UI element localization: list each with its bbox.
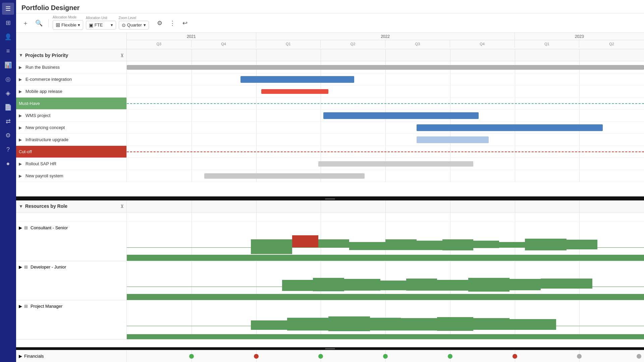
nav-profile-icon[interactable]: ● — [2, 158, 14, 170]
expand-run-business-icon[interactable]: ▶ — [19, 65, 23, 70]
tree-infrastructure[interactable]: ▶ Infrastructure upgrade — [16, 134, 127, 145]
tree-wms[interactable]: ▶ WMS project — [16, 110, 127, 121]
expand-sap-icon[interactable]: ▶ — [19, 162, 23, 166]
row-payroll: ▶ New payroll system — [16, 170, 644, 182]
developer-group-icon: ⊞ — [24, 264, 28, 269]
zoom-level-select[interactable]: ⊙ Quarter ▾ — [119, 21, 149, 29]
bar-mobile-app — [261, 89, 328, 94]
chart-pricing — [127, 122, 644, 133]
gantt-wrapper: 2021 2022 2023 Q3 Q4 Q1 Q2 Q3 Q4 Q1 Q2 — [16, 33, 644, 362]
nav-dashboard-icon[interactable]: ⊞ — [2, 17, 14, 29]
tree-payroll[interactable]: ▶ New payroll system — [16, 170, 127, 182]
search-button[interactable]: 🔍 — [34, 18, 44, 28]
res-bar-pm1 — [251, 320, 287, 330]
nav-list-icon[interactable]: ≡ — [2, 45, 14, 57]
label-developer: Developer - Junior — [31, 264, 66, 269]
tree-must-have[interactable]: Must-Have — [16, 98, 127, 109]
tree-pricing[interactable]: ▶ New pricing concept — [16, 122, 127, 133]
res-bar-pm6 — [437, 317, 473, 331]
pm-chart-row — [16, 312, 644, 339]
nav-settings-icon[interactable]: ⚙ — [2, 129, 14, 141]
nav-doc-icon[interactable]: 📄 — [2, 101, 14, 113]
timeline-header: 2021 2022 2023 Q3 Q4 Q1 Q2 Q3 Q4 Q1 Q2 — [127, 33, 644, 49]
expand-pricing-icon[interactable]: ▶ — [19, 125, 23, 130]
res-bar-pm8 — [509, 319, 556, 330]
row-wms: ▶ WMS project — [16, 110, 644, 122]
expand-consultant-icon[interactable]: ▶ — [19, 225, 22, 230]
resource-group-consultant: ▶ ⊞ Consultant - Senior — [16, 222, 644, 261]
undo-button[interactable]: ↩ — [180, 18, 191, 28]
resources-header-tree[interactable]: ▼ Resources by Role ⊻ — [16, 200, 127, 212]
chart-wms — [127, 110, 644, 121]
res-label-consultant[interactable]: ▶ ⊞ Consultant - Senior — [16, 222, 127, 234]
add-button[interactable]: ＋ — [20, 18, 31, 28]
allocation-unit-label: Allocation Unit — [86, 16, 107, 20]
developer-label-row: ▶ ⊞ Developer - Junior — [16, 261, 644, 273]
bottom-scroll-handle[interactable] — [16, 347, 644, 350]
pm-chart — [127, 312, 644, 339]
chart-payroll — [127, 170, 644, 182]
res-bar-d9 — [541, 279, 592, 289]
expand-financials-icon[interactable]: ▶ — [19, 354, 22, 359]
expand-payroll-icon[interactable]: ▶ — [19, 174, 23, 178]
expand-infra-icon[interactable]: ▶ — [19, 137, 23, 142]
toolbar: ＋ 🔍 Allocation Mode ⊞ Flexible ▾ Allocat… — [16, 13, 644, 33]
nav-tag-icon[interactable]: ◈ — [2, 87, 14, 99]
nav-help-icon[interactable]: ? — [2, 143, 14, 156]
resources-header-chart — [127, 200, 644, 212]
expand-pm-icon[interactable]: ▶ — [19, 304, 22, 309]
res-bar-pm5 — [401, 318, 437, 330]
res-label-developer[interactable]: ▶ ⊞ Developer - Junior — [16, 261, 127, 273]
projects-header-chart — [127, 49, 644, 61]
res-bar-d4 — [380, 281, 406, 290]
dashed-line-red — [127, 152, 644, 152]
tree-ecommerce[interactable]: ▶ E-commerce integration — [16, 73, 127, 85]
res-label-pm[interactable]: ▶ ⊞ Project Manager — [16, 300, 127, 312]
tree-header-spacer — [16, 33, 127, 49]
expand-ecommerce-icon[interactable]: ▶ — [19, 77, 23, 82]
top-scroll-handle[interactable] — [16, 198, 644, 200]
nav-menu-icon[interactable]: ☰ — [2, 3, 14, 15]
tree-cut-off[interactable]: Cut-off — [16, 146, 127, 158]
nav-people-icon[interactable]: 👤 — [2, 31, 14, 43]
q3-2022: Q3 — [385, 40, 450, 48]
resources-filter-icon[interactable]: ⊻ — [120, 203, 124, 209]
financials-tree-cell[interactable]: ▶ Financials — [16, 350, 127, 362]
allocation-unit-select[interactable]: ▣ FTE ▾ — [86, 21, 116, 29]
res-bar-d7 — [468, 278, 509, 292]
resources-collapse-icon[interactable]: ▼ — [19, 204, 23, 209]
tree-run-the-business[interactable]: ▶ Run the Business — [16, 61, 127, 73]
expand-developer-icon[interactable]: ▶ — [19, 264, 22, 269]
expand-wms-icon[interactable]: ▶ — [19, 113, 23, 118]
chart-cut-off — [127, 146, 644, 158]
bar-wms — [323, 112, 479, 119]
projects-filter-icon[interactable]: ⊻ — [120, 53, 124, 58]
projects-collapse-icon[interactable]: ▼ — [19, 53, 23, 58]
projects-header-tree[interactable]: ▼ Projects by Priority ⊻ — [16, 49, 127, 61]
settings-button[interactable]: ⚙ — [154, 18, 165, 28]
allocation-unit-value: FTE — [95, 22, 103, 27]
expand-mobile-icon[interactable]: ▶ — [19, 89, 23, 94]
nav-target-icon[interactable]: ◎ — [2, 73, 14, 85]
nav-chart-icon[interactable]: 📊 — [2, 59, 14, 71]
res-bar-d8 — [509, 279, 541, 290]
gantt-rows: ▼ Projects by Priority ⊻ — [16, 49, 644, 196]
res-bar-c1 — [251, 239, 292, 254]
projects-header-row: ▼ Projects by Priority ⊻ — [16, 49, 644, 61]
allocation-mode-select[interactable]: ⊞ Flexible ▾ — [53, 20, 83, 30]
res-bottom-fill-pm — [127, 334, 644, 339]
nav-transfer-icon[interactable]: ⇄ — [2, 115, 14, 127]
res-bar-pm7 — [473, 318, 509, 330]
chart-infrastructure — [127, 134, 644, 145]
q2-2022: Q2 — [321, 40, 385, 48]
row-mobile-app: ▶ Mobile app release — [16, 85, 644, 98]
bar-payroll — [204, 173, 365, 179]
zoom-level-label: Zoom Level — [119, 16, 136, 20]
row-sap-hr: ▶ Rollout SAP HR — [16, 158, 644, 170]
tree-mobile-app[interactable]: ▶ Mobile app release — [16, 85, 127, 97]
resource-rows: ▶ ⊞ Consultant - Senior — [16, 213, 644, 348]
resource-group-icon: ⊞ — [24, 225, 28, 230]
tree-sap-hr[interactable]: ▶ Rollout SAP HR — [16, 158, 127, 170]
label-infrastructure: Infrastructure upgrade — [25, 137, 68, 142]
more-options-button[interactable]: ⋮ — [167, 18, 178, 28]
